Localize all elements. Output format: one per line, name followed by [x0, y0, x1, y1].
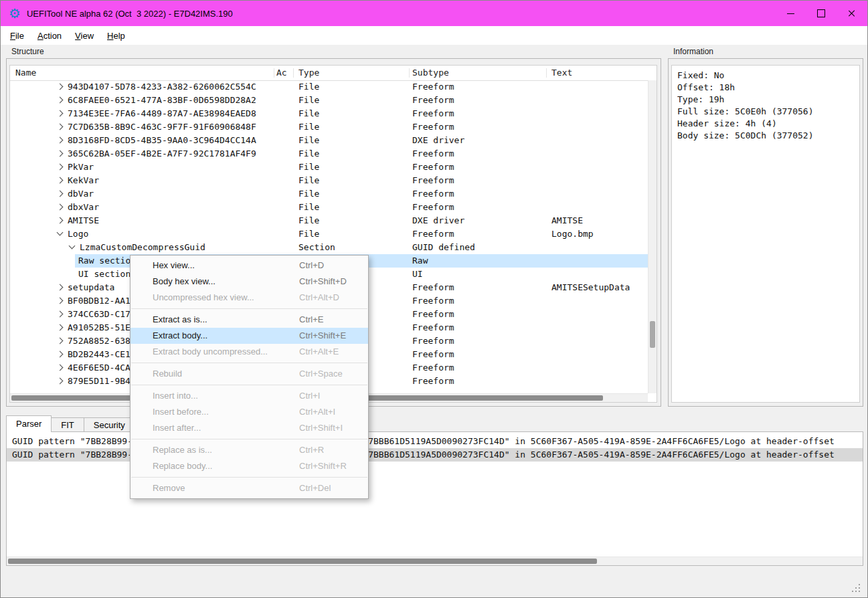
menu-item-body-hex-view[interactable]: Body hex view...Ctrl+Shift+D	[131, 274, 368, 290]
menu-item-label: Uncompressed hex view...	[153, 292, 254, 302]
menu-view[interactable]: View	[68, 28, 100, 43]
menu-item-extract-body[interactable]: Extract body...Ctrl+Shift+E	[131, 328, 368, 344]
chevron-right-icon[interactable]	[57, 97, 64, 104]
chevron-right-icon[interactable]	[57, 284, 64, 291]
tree-row[interactable]: LzmaCustomDecompressGuidSectionGUID defi…	[10, 241, 648, 254]
tree-row[interactable]: 943D4107-5D78-4233-A382-6260062C554CFile…	[10, 80, 648, 94]
info-line: Header size: 4h (4)	[677, 118, 854, 130]
chevron-right-icon[interactable]	[57, 164, 64, 171]
chevron-right-icon[interactable]	[57, 151, 64, 157]
menu-item-shortcut: Ctrl+Del	[299, 480, 331, 496]
column-separator	[293, 68, 294, 78]
row-name: 365C62BA-05EF-4B2E-A7F7-92C1781AF4F9	[68, 147, 256, 161]
menu-separator	[131, 477, 367, 478]
chevron-down-icon[interactable]	[69, 243, 76, 250]
row-name: BF0BDB12-AA1	[68, 294, 131, 308]
close-button[interactable]	[837, 1, 867, 26]
row-name: 6C8FAEE0-6521-477A-83BF-0D6598DD28A2	[68, 94, 256, 107]
row-subtype: UI	[412, 268, 423, 281]
tree-row[interactable]: LogoFileFreeformLogo.bmp	[10, 227, 648, 241]
menu-item-shortcut: Ctrl+R	[299, 442, 324, 458]
info-line: Full size: 5C0E0h (377056)	[677, 106, 854, 118]
column-separator	[409, 68, 410, 78]
menu-item-remove: RemoveCtrl+Del	[131, 480, 368, 496]
chevron-right-icon[interactable]	[57, 204, 64, 211]
tree-row[interactable]: PkVarFileFreeform	[10, 161, 648, 174]
column-header-subtype[interactable]: Subtype	[412, 66, 449, 80]
chevron-right-icon[interactable]	[57, 217, 64, 224]
menu-item-label: Rebuild	[153, 369, 182, 379]
menu-separator	[131, 385, 367, 385]
chevron-right-icon[interactable]	[57, 298, 64, 304]
chevron-right-icon[interactable]	[57, 351, 64, 358]
menu-file[interactable]: File	[3, 28, 31, 43]
chevron-right-icon[interactable]	[57, 137, 64, 144]
row-text: AMITSE	[551, 214, 583, 227]
tree-row[interactable]: 7134E3EE-7FA6-4489-87A7-AE38984EAED8File…	[10, 107, 648, 120]
row-name: 7134E3EE-7FA6-4489-87A7-AE38984EAED8	[68, 107, 256, 120]
tab-parser[interactable]: Parser	[6, 415, 52, 432]
app-gear-icon[interactable]: ⚙	[9, 7, 21, 20]
column-header-type[interactable]: Type	[298, 66, 319, 80]
tree-header: Name Ac Type Subtype Text	[10, 66, 657, 81]
row-name: Logo	[68, 227, 88, 241]
minimize-button[interactable]	[775, 1, 806, 26]
tree-row[interactable]: AMITSEFileDXE driverAMITSE	[10, 214, 648, 227]
resize-grip[interactable]	[852, 591, 853, 592]
chevron-right-icon[interactable]	[57, 84, 64, 90]
chevron-down-icon[interactable]	[57, 229, 64, 236]
menu-action[interactable]: Action	[31, 28, 68, 43]
tab-fit[interactable]: FIT	[52, 417, 84, 432]
menu-item-shortcut: Ctrl+Shift+E	[299, 328, 346, 344]
column-header-name[interactable]: Name	[15, 66, 36, 80]
context-menu: Hex view...Ctrl+D Body hex view...Ctrl+S…	[130, 255, 369, 499]
row-subtype: GUID defined	[412, 241, 475, 254]
message-scroll-thumb[interactable]	[8, 559, 597, 564]
menu-item-hex-view[interactable]: Hex view...Ctrl+D	[131, 258, 368, 274]
chevron-right-icon[interactable]	[57, 177, 64, 184]
column-header-text[interactable]: Text	[551, 66, 572, 80]
tree-vertical-scrollbar[interactable]	[648, 80, 657, 393]
chevron-right-icon[interactable]	[57, 191, 64, 197]
row-type: File	[298, 147, 319, 161]
tree-row[interactable]: 7C7D635B-8B9C-463C-9F7F-91F60906848FFile…	[10, 120, 648, 134]
chevron-right-icon[interactable]	[57, 110, 64, 117]
row-subtype: Freeform	[412, 348, 454, 361]
chevron-right-icon[interactable]	[57, 311, 64, 318]
tree-row[interactable]: 365C62BA-05EF-4B2E-A7F7-92C1781AF4F9File…	[10, 147, 648, 161]
tree-row[interactable]: dbVarFileFreeform	[10, 187, 648, 201]
chevron-right-icon[interactable]	[57, 365, 64, 371]
tab-security[interactable]: Security	[84, 417, 135, 432]
menu-help[interactable]: Help	[100, 28, 132, 43]
chevron-right-icon[interactable]	[57, 378, 64, 385]
menu-separator	[131, 308, 367, 309]
column-header-ac[interactable]: Ac	[276, 66, 287, 80]
row-name: 752A8852-638	[68, 334, 131, 348]
chevron-right-icon[interactable]	[57, 324, 64, 331]
row-name: AMITSE	[68, 214, 99, 227]
tree-row[interactable]: dbxVarFileFreeform	[10, 201, 648, 214]
vertical-scroll-thumb[interactable]	[650, 321, 655, 348]
row-type: File	[298, 107, 319, 120]
menu-item-shortcut: Ctrl+Alt+I	[299, 404, 335, 420]
menu-item-shortcut: Ctrl+E	[299, 312, 323, 328]
app-window: ⚙ UEFITool NE alpha 62 (Oct 3 2022) - E7…	[0, 0, 868, 598]
chevron-right-icon[interactable]	[57, 124, 64, 130]
tree-row[interactable]: KekVarFileFreeform	[10, 174, 648, 187]
row-type: Section	[298, 241, 335, 254]
row-text: Logo.bmp	[551, 227, 594, 241]
menu-item-label: Insert before...	[153, 407, 209, 417]
title-bar[interactable]: ⚙ UEFITool NE alpha 62 (Oct 3 2022) - E7…	[1, 1, 867, 26]
tree-row[interactable]: 6C8FAEE0-6521-477A-83BF-0D6598DD28A2File…	[10, 94, 648, 107]
maximize-button[interactable]	[806, 1, 837, 26]
chevron-right-icon[interactable]	[57, 338, 64, 344]
menu-item-extract-as-is[interactable]: Extract as is...Ctrl+E	[131, 312, 368, 328]
info-line: Body size: 5C0DCh (377052)	[677, 130, 854, 142]
message-horizontal-scrollbar[interactable]	[7, 557, 863, 565]
row-subtype: Freeform	[412, 375, 454, 388]
menu-item-label: Body hex view...	[153, 276, 215, 286]
row-subtype: DXE driver	[412, 134, 464, 147]
tree-row[interactable]: 8D3168FD-8CD5-4B35-9AA0-3C964D4CC14AFile…	[10, 134, 648, 147]
row-type: File	[298, 187, 319, 201]
row-name: dbxVar	[68, 201, 99, 214]
